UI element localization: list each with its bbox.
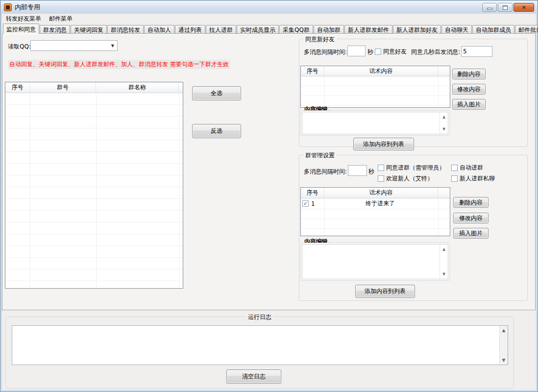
app-icon [4,3,12,11]
run-log-scrollbar[interactable]: ▲ ▼ [499,326,508,365]
manage-col-index[interactable]: 序号 [301,188,324,198]
run-log-group: 运行日志 ▲ ▼ 清空日志 [5,317,514,389]
manage-editor-scrollbar[interactable]: ▲ ▼ [440,244,448,279]
window-title: 内部专用 [15,3,40,12]
auto-join-checkbox-row[interactable]: 自动进群 [451,164,483,172]
column-header-group-name[interactable]: 群名称 [96,82,179,93]
invert-select-button[interactable]: 反选 [192,124,241,138]
friend-col-content[interactable]: 话术内容 [324,66,438,76]
agree-new-friend-title: 同意新好友 [303,35,337,44]
friend-delete-button[interactable]: 删除内容 [452,69,486,79]
friend-interval-unit: 秒 [367,48,373,56]
tab-auto-add-group-members[interactable]: 自动加群成员 [472,25,514,34]
column-header-group-no[interactable]: 群号 [30,82,96,93]
row-index: 1 [311,200,324,207]
maximize-icon [503,5,508,10]
agree-join-checkbox[interactable] [378,165,384,171]
agree-friend-label: 同意好友 [383,48,407,56]
tab-realtime-members[interactable]: 实时成员显示 [237,25,279,34]
scroll-up-icon[interactable]: ▲ [500,328,508,333]
read-qq-label: 读取QQ: [8,43,31,51]
newcomer-private-chat-checkbox[interactable] [451,175,458,182]
friend-editor-textarea[interactable] [302,112,440,134]
tab-strip: 监控和同意 群发消息 关键词回复 群消息转发 自动加人 通过列表 拉人进群 实时… [2,24,536,34]
friend-interval-label: 多消息间隔时间: [304,48,347,56]
friend-col-index[interactable]: 序号 [301,66,324,76]
tab-page-monitor-agree: 读取QQ: ▼ 自动回复、关键词回复、新人进群发邮件、加人、群消息转发 需要勾选… [2,33,536,310]
app-window: 内部专用 ✕ 转发好友菜单 邮件菜单 监控和同意 群发消息 关键词回复 群消息转… [0,0,538,392]
minimize-icon [487,8,492,10]
manage-modify-button[interactable]: 修改内容 [453,213,489,223]
agree-join-checkbox-row[interactable]: 同意进群（需管理员） [378,164,445,172]
scroll-down-icon[interactable]: ▼ [500,358,508,363]
newcomer-private-chat-checkbox-row[interactable]: 新人进群私聊 [451,174,495,183]
tab-newcomer-add-friend[interactable]: 新人进群加好友 [393,25,441,34]
friend-editor-box: ▲ ▼ [300,110,450,136]
newcomer-private-chat-label: 新人进群私聊 [460,174,495,183]
tab-mass-message[interactable]: 群发消息 [40,25,70,34]
welcome-newcomer-checkbox-row[interactable]: 欢迎新人（艾特） [378,174,433,183]
welcome-newcomer-label: 欢迎新人（艾特） [386,174,433,183]
warning-text: 自动回复、关键词回复、新人进群发邮件、加人、群消息转发 需要勾选一下群才生效 [8,60,230,69]
welcome-newcomer-checkbox[interactable] [378,175,384,182]
scroll-down-icon[interactable]: ▼ [440,272,448,276]
tab-keyword-reply[interactable]: 关键词回复 [71,25,107,34]
tab-mail-batch-send[interactable]: 邮件批量发送 [515,25,538,34]
run-log-box: ▲ ▼ [12,325,508,365]
group-list-table[interactable]: 序号 群号 群名称 [5,82,183,289]
run-log-textarea[interactable] [12,326,499,365]
scroll-up-icon[interactable]: ▲ [440,247,448,251]
agree-new-friend-group: 同意新好友 多消息间隔时间: 秒 同意好友 同意几秒后发消息: 序号 话术内容 [299,39,528,147]
agree-friend-checkbox-row[interactable]: 同意好友 [375,48,407,56]
tab-through-list[interactable]: 通过列表 [175,25,205,34]
read-qq-combobox[interactable]: ▼ [30,40,118,51]
manage-add-content-button[interactable]: 添加内容到列表 [355,285,415,298]
titlebar: 内部专用 ✕ [1,1,537,14]
auto-join-checkbox[interactable] [451,165,458,171]
friend-editor-scrollbar[interactable]: ▲ ▼ [440,112,448,134]
manage-editor-textarea[interactable] [302,244,440,279]
agree-friend-checkbox[interactable] [375,49,381,55]
friend-interval-input[interactable] [347,46,366,56]
manage-interval-input[interactable] [348,165,367,176]
tab-pull-into-group[interactable]: 拉人进群 [206,25,236,34]
clear-log-button[interactable]: 清空日志 [226,369,281,384]
tab-auto-join-group[interactable]: 自动加群 [314,25,344,34]
tab-group-msg-forward[interactable]: 群消息转发 [107,25,144,34]
manage-content-list[interactable]: 序号 话术内容 ✓ 1 终于进来了 [300,187,450,236]
auto-join-label: 自动进群 [460,164,483,172]
run-log-title: 运行日志 [246,313,273,321]
tab-auto-add-people[interactable]: 自动加人 [144,25,174,34]
manage-col-content[interactable]: 话术内容 [324,188,438,198]
tab-newcomer-mail[interactable]: 新人进群发邮件 [344,25,392,34]
combo-arrow-icon: ▼ [111,44,114,48]
select-all-button[interactable]: 全选 [192,86,241,100]
tab-monitor-agree[interactable]: 监控和同意 [3,24,39,34]
scroll-down-icon[interactable]: ▼ [440,127,448,131]
maximize-button[interactable] [498,3,513,12]
client-area: 转发好友菜单 邮件菜单 监控和同意 群发消息 关键词回复 群消息转发 自动加人 … [2,14,536,390]
group-manage-title: 群管理设置 [303,151,337,160]
manage-insert-image-button[interactable]: 插入图片 [453,228,489,239]
column-header-filler [179,82,183,93]
menu-mail[interactable]: 邮件菜单 [45,14,76,24]
close-button[interactable]: ✕ [514,3,534,12]
manage-list-row[interactable]: ✓ 1 终于进来了 [301,198,450,209]
friend-insert-image-button[interactable]: 插入图片 [452,99,486,110]
tab-collect-qq-groups[interactable]: 采集QQ群 [279,25,313,34]
tab-auto-chat[interactable]: 自动聊天 [441,25,472,34]
agree-join-label: 同意进群（需管理员） [386,164,445,172]
manage-editor-box: ▲ ▼ [300,243,450,281]
friend-add-content-button[interactable]: 添加内容到列表 [353,138,414,150]
scroll-up-icon[interactable]: ▲ [440,115,448,119]
menu-forward-friend[interactable]: 转发好友菜单 [2,14,45,24]
friend-modify-button[interactable]: 修改内容 [452,84,486,95]
column-header-index[interactable]: 序号 [5,82,30,93]
manage-interval-unit: 秒 [368,168,374,176]
row-checkbox[interactable]: ✓ [302,200,309,207]
minimize-button[interactable] [482,3,497,12]
friend-delay-input[interactable] [461,46,492,57]
menubar: 转发好友菜单 邮件菜单 [2,14,536,24]
friend-content-list[interactable]: 序号 话术内容 [300,66,450,108]
manage-delete-button[interactable]: 删除内容 [453,197,489,208]
